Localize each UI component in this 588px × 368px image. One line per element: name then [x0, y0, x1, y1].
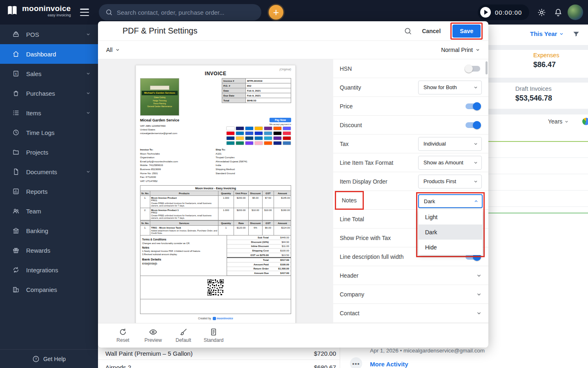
totals-block: Sub Total$449.00 Discount (10%)$44.90 In… — [227, 236, 291, 275]
item-name: Wall Paint (Premium – 5 Gallon) — [105, 350, 193, 357]
filter-icon[interactable] — [572, 30, 580, 38]
setting-row-hsn: HSN — [333, 59, 488, 78]
sidebar-item-pos[interactable]: POS — [0, 25, 98, 44]
quick-add-button[interactable]: + — [269, 5, 283, 20]
sidebar-item-projects[interactable]: Projects — [0, 142, 98, 162]
search-icon[interactable] — [404, 27, 412, 35]
preview-button[interactable]: Preview — [142, 328, 164, 343]
expenses-value: $86.47 — [533, 61, 559, 69]
sidebar-item-reports[interactable]: Reports — [0, 182, 98, 201]
companies-icon — [12, 286, 20, 293]
chevron-down-icon — [473, 141, 478, 146]
integrations-icon — [12, 266, 20, 274]
notes-dropdown-menu: Light Dark Hide — [418, 209, 483, 255]
section-row-company[interactable]: Company — [333, 285, 488, 304]
products-table: Sr. No.ProductsQuantityUnit PriceDiscoun… — [140, 191, 291, 220]
invoice-band: Moon Invoice - Easy Invoicing — [140, 185, 291, 191]
item-display-order-select[interactable]: Products First — [418, 175, 482, 188]
settings-gear-icon[interactable] — [537, 8, 546, 17]
save-button[interactable]: Save — [452, 25, 481, 38]
ship-to-block: Ship To: A101 Tirupati Complex Ahmedabad… — [216, 148, 291, 183]
section-row-contact[interactable]: Contact — [333, 304, 488, 323]
section-row-header[interactable]: Header — [333, 266, 488, 285]
notes-option-light[interactable]: Light — [419, 209, 482, 224]
notes-option-hide[interactable]: Hide — [419, 240, 482, 255]
list-item[interactable]: Airpods 2 $680.67 — [98, 361, 340, 368]
chevron-down-icon — [86, 32, 91, 37]
banking-icon — [12, 227, 20, 234]
line-item-tax-format-select[interactable]: Show as Amount — [418, 156, 482, 170]
timer-widget[interactable]: 00:00:00 — [478, 4, 529, 20]
more-activity-link[interactable]: More Activity — [370, 361, 408, 368]
template-filter-dropdown[interactable]: All — [106, 47, 120, 53]
item-price: $720.00 — [314, 350, 336, 357]
sidebar-item-team[interactable]: Team — [0, 201, 98, 221]
reset-icon — [119, 328, 127, 336]
more-options-icon[interactable]: ••• — [350, 357, 362, 368]
item-name: Airpods 2 — [105, 364, 131, 368]
get-help-button[interactable]: ? Get Help — [0, 349, 98, 368]
eye-icon — [149, 328, 157, 336]
standard-button[interactable]: Standard — [203, 328, 225, 343]
help-icon: ? — [32, 355, 40, 363]
svg-text:?: ? — [35, 357, 37, 361]
app-logo[interactable]: mooninvoice easy invoicing — [6, 4, 71, 17]
activity-feed: Apr 1, 2026 • micealgardenservice@gmail.… — [340, 348, 488, 368]
global-search — [99, 4, 261, 20]
reset-button[interactable]: Reset — [112, 328, 134, 343]
sidebar-item-companies[interactable]: Companies — [0, 280, 98, 299]
chevron-down-icon — [473, 179, 478, 184]
invoice-preview: (Original) INVOICE Michael's Garden Serv… — [136, 65, 296, 323]
sidebar-item-purchases[interactable]: Purchases — [0, 83, 98, 103]
invoice-meta-table: Invoice #MTPL001619 P.O. #852 DateFeb 9,… — [222, 78, 291, 103]
item-price: $680.67 — [314, 364, 336, 368]
print-mode-dropdown[interactable]: Normal Print — [441, 47, 480, 53]
notes-select[interactable]: Dark — [418, 194, 483, 208]
price-toggle[interactable] — [466, 103, 480, 109]
original-watermark: (Original) — [140, 68, 291, 71]
product-row: 2. Moon Invoice Product 1PR02Create FREE… — [140, 208, 291, 220]
menu-toggle-icon[interactable] — [80, 9, 89, 16]
sidebar-item-documents[interactable]: Documents — [0, 162, 98, 182]
chevron-down-icon — [564, 119, 569, 124]
quantity-select[interactable]: Show for Both — [418, 81, 482, 94]
years-label: Years — [548, 118, 562, 125]
tax-select[interactable]: Individual — [418, 137, 482, 151]
pdf-print-settings-dialog: PDF & Print Settings Cancel Save All Nor… — [98, 21, 488, 348]
sidebar-item-dashboard[interactable]: Dashboard — [0, 44, 98, 64]
sidebar-item-banking[interactable]: Banking — [0, 221, 98, 240]
chevron-up-icon — [474, 199, 479, 204]
chevron-down-icon — [86, 110, 91, 115]
items-list: Wall Paint (Premium – 5 Gallon) $720.00 … — [98, 348, 340, 368]
sidebar-item-sales[interactable]: $ Sales — [0, 64, 98, 83]
period-filter-this-year[interactable]: This Year — [530, 30, 564, 37]
brand-name: mooninvoice — [22, 4, 71, 12]
search-icon — [105, 9, 113, 16]
user-avatar[interactable] — [568, 4, 583, 20]
play-icon[interactable] — [480, 7, 491, 18]
payment-methods — [226, 126, 291, 145]
list-item[interactable]: Wall Paint (Premium – 5 Gallon) $720.00 — [98, 348, 340, 360]
sidebar-item-items[interactable]: Items — [0, 103, 98, 123]
sidebar-item-rewards[interactable]: Rewards — [0, 240, 98, 260]
team-icon — [12, 207, 20, 215]
search-input[interactable] — [117, 9, 255, 16]
chevron-down-icon — [86, 71, 91, 76]
hsn-toggle[interactable] — [466, 66, 480, 72]
service-row: 1. TR01 - Moon Invoice TaskAdded attachm… — [140, 226, 291, 236]
pdf-settings-list: HSN Quantity Show for Both Price Discoun… — [333, 59, 488, 323]
time-logs-icon — [12, 129, 20, 136]
years-dropdown[interactable]: Years — [548, 118, 588, 125]
scrollbar-thumb[interactable] — [486, 61, 488, 74]
discount-toggle[interactable] — [466, 122, 480, 128]
topbar: mooninvoice easy invoicing + 00:00:00 — [0, 0, 588, 25]
sidebar-item-integrations[interactable]: Integrations — [0, 260, 98, 280]
default-button[interactable]: Default — [172, 328, 194, 343]
dashboard-right-panel — [488, 25, 588, 368]
notifications-bell-icon[interactable] — [554, 8, 563, 17]
brush-icon — [179, 328, 187, 336]
sidebar-item-time-logs[interactable]: Time Logs — [0, 123, 98, 142]
chevron-down-icon — [476, 273, 482, 278]
cancel-button[interactable]: Cancel — [422, 28, 441, 34]
notes-option-dark[interactable]: Dark — [419, 224, 482, 240]
